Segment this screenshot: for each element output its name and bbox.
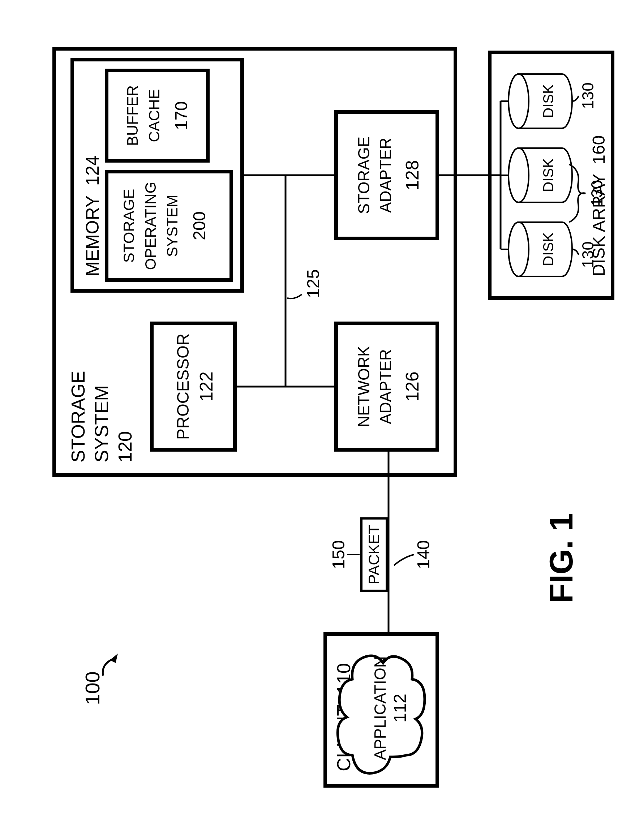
network-adapter-l2: ADAPTER	[377, 349, 394, 424]
buffer-cache-l2: CACHE	[146, 89, 163, 142]
svg-text:DISK: DISK	[540, 232, 556, 266]
figure-ref-arrowhead	[110, 654, 118, 663]
buffer-cache-l1: BUFFER	[124, 85, 141, 146]
storage-adapter-num: 128	[402, 160, 422, 190]
storage-os-l2: OPERATING	[142, 182, 159, 270]
svg-text:DISK: DISK	[540, 84, 556, 118]
buffer-cache-num: 170	[172, 101, 191, 130]
application-label: APPLICATION	[371, 656, 389, 760]
storage-system-label-line2: SYSTEM	[91, 385, 112, 463]
svg-point-5	[509, 148, 529, 202]
storage-system-label1: STORAGE	[68, 371, 88, 463]
bus-num: 125	[303, 269, 323, 298]
diagram-canvas: 100 CLIENT 110 APPLICATION 112 PACKET 15…	[0, 0, 635, 840]
disk-2: DISK	[501, 148, 572, 202]
packet-num: 150	[329, 540, 348, 569]
storage-os-l3: SYSTEM	[164, 195, 181, 257]
network-adapter-l1: NETWORK	[355, 346, 373, 428]
processor-box	[152, 324, 235, 450]
svg-point-1	[509, 222, 529, 276]
disk-num-mid: 130	[588, 180, 606, 206]
svg-text:DISK: DISK	[540, 158, 556, 192]
figure-ref: 100	[81, 671, 104, 705]
figure-title: FIG. 1	[543, 513, 579, 603]
disk-3: DISK	[501, 74, 572, 128]
svg-point-9	[509, 74, 529, 128]
link-ref-curve	[394, 554, 414, 565]
processor-label: PROCESSOR	[174, 333, 192, 440]
application-num: 112	[390, 694, 409, 723]
storage-os-num: 200	[190, 212, 209, 240]
memory-label: MEMORY 124	[82, 156, 103, 276]
storage-system-num: 120	[115, 431, 136, 463]
processor-num: 122	[196, 371, 216, 401]
network-adapter-num: 126	[402, 371, 422, 401]
disk-num-right: 130	[579, 82, 597, 109]
storage-adapter-l1: STORAGE	[355, 137, 373, 214]
disk-1: DISK	[501, 222, 572, 276]
figure-ref-arrow	[103, 659, 112, 676]
packet-label: PACKET	[365, 525, 382, 584]
storage-os-l1: STORAGE	[120, 189, 137, 263]
link-num: 140	[414, 540, 433, 569]
storage-adapter-l2: ADAPTER	[377, 137, 394, 213]
disk-num-left: 130	[579, 242, 597, 268]
